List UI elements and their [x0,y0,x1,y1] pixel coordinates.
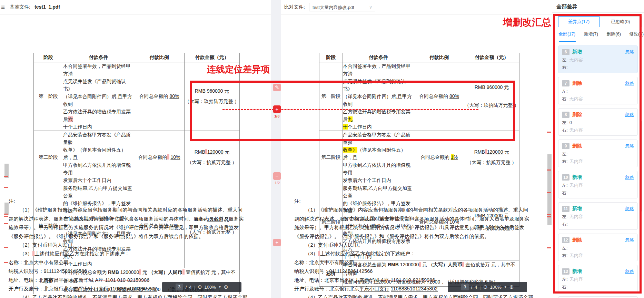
zoom-caret-icon[interactable]: ▼ [218,285,221,289]
diff-card-10[interactable]: 10新增忽略左:无内容右: [558,171,638,198]
doc-note-line: 施效果等）。甲方将根据乙方实施服务的情况对《维护评估报告》出具评估意见，即甲方验… [9,223,271,232]
tab-diff-points[interactable]: 差异点(17) [558,16,600,27]
diff-content-value: 无内容 [569,96,583,101]
stage-cell: 第一阶段 [319,62,343,131]
ignore-link[interactable]: 忽略 [625,268,634,275]
ignore-link[interactable]: 忽略 [625,80,634,86]
stage-cell: 第一阶段 [34,62,63,131]
page-total: 4 [189,285,191,290]
ignore-link[interactable]: 忽略 [625,49,634,55]
diff-highlight: 1 [451,154,454,160]
filter-deleted[interactable]: 删除(6) [606,31,621,37]
doc-note-line: 题的解决过程表述、服务中问题及其对策安排等（需包含各项服务活动的具体时间、服务人… [9,215,271,223]
diff-card-right-row: 右:无内容 [562,253,634,258]
amount-cell: RMB 960000 元 （大写：玖拾陆万元整 ） [464,62,519,131]
diff-tick [547,169,551,171]
amount-cell: RMB120000 元 （大写：拾贰万元整 ） [185,131,240,184]
ratio-cell: 合同总金额的 10% [134,131,185,184]
summary-annotation-text: 增删改汇总 [503,16,551,29]
panel-scrollbar[interactable] [640,121,642,212]
left-pane-header: ≡ 基准文件: test1_1.pdf [0,0,271,14]
zoom-out-icon[interactable]: ⊖ [483,284,488,290]
right-pane-header: 比对文件: test大量内容修改.pdf ∨ [281,0,552,14]
diff-card-8[interactable]: 8删除忽略左:0右:无内容 [558,108,638,136]
divider: | [194,285,195,290]
ignore-link[interactable]: 忽略 [625,112,634,118]
connector-annotation-text: 连线定位差异项 [207,63,270,75]
ignore-link[interactable]: 忽略 [625,143,634,149]
diff-card-14[interactable]: 14新增忽略左:无内容右: [558,296,638,298]
side-label: 左: [562,151,568,156]
zoom-level: 100% [205,285,216,290]
side-label: 左: [562,57,568,62]
diff-position-badge: 1/3 [274,114,279,118]
diff-tick [4,216,8,217]
diff-card-left-row: 左:无内容 [562,183,634,188]
page-total: 4 [475,285,477,290]
diff-type-label: 新增 [572,268,582,275]
doc-note-line: 名称：北京大中小有限公司 [294,258,556,267]
diff-card-6[interactable]: 6新增忽略左:无内容右: [558,45,638,73]
zoom-caret-icon[interactable]: ▼ [504,285,507,289]
compare-file-select[interactable]: test大量内容修改.pdf ∨ [309,3,375,11]
page-number-input[interactable]: 3 [176,284,183,290]
diff-card-right-row: 右: [562,284,634,290]
add-diff-marker-icon-2[interactable]: + [273,239,281,246]
stage-cell: 第二阶段 [34,131,63,184]
ratio-cell: 合同总金额的 80% [414,62,464,131]
diff-type-label: 删除 [572,80,582,86]
diff-type-label: 新增 [572,206,582,212]
diff-card-left-row: 左: [562,151,634,157]
left-doc-scroll-indicator[interactable] [4,0,9,298]
menu-icon[interactable]: ≡ [1,0,5,14]
doc-note-line: （1）《维护服务报告》内容应当包括服务期间的与合同相关条款对应的各项服务活动的描… [9,206,271,214]
scroll-thumb[interactable] [4,203,9,215]
filter-added[interactable]: 新增(7) [584,31,598,37]
right-doc-scroll-indicator[interactable] [547,0,552,298]
diff-tick [4,247,8,248]
side-label: 右: [562,65,568,70]
filter-modified[interactable]: 修改(4) [629,31,644,37]
tab-ignored[interactable]: 已忽略(0) [600,16,642,27]
doc-note-line: （4）乙方产品达不到验收标准，不能满足甲方需求，甲方有权单方面解除合同，同时要求… [9,293,271,298]
zoom-in-icon[interactable]: ⊕ [224,284,228,290]
col-header: 付款比例 [134,53,185,62]
ignore-link[interactable]: 忽略 [625,237,634,243]
ignore-link[interactable]: 忽略 [625,174,634,181]
diff-card-12[interactable]: 12删除忽略左:右:无内容 [558,234,638,261]
page-separator: / [186,285,187,290]
edit-pencil-icon[interactable]: ✎ [273,84,281,91]
diff-content-value: 无内容 [569,127,583,133]
side-label: 右: [562,127,568,133]
diff-card-index-badge: 9 [562,143,569,149]
diff-card-index-badge: 8 [562,112,569,118]
side-label: 左: [562,89,568,94]
side-label: 右: [562,190,568,195]
filter-all[interactable]: 全部(17) [558,31,575,37]
diff-tick [4,262,8,263]
col-header: 付款条件 [343,53,414,62]
diff-mark [167,154,169,160]
zoom-in-icon[interactable]: ⊕ [509,284,514,290]
diff-tick [547,214,551,215]
ignore-link[interactable]: 忽略 [625,206,634,212]
diff-card-9[interactable]: 9删除忽略左:右:无内容 [558,140,638,167]
diff-content-value: 无内容 [569,253,583,258]
remove-diff-marker-icon[interactable]: − [273,172,281,180]
side-label: 左: [562,245,568,250]
doc-note-line: 纳税人识别号：9111124586142566 [294,267,556,276]
diff-highlight: 九 [348,116,353,122]
diff-card-7[interactable]: 7删除忽略左:右:无内容 [558,77,638,104]
diff-card-11[interactable]: 11新增忽略左:无内容右: [558,202,638,230]
diff-content-value: 无内容 [569,277,583,282]
diff-tabs: 差异点(17) 已忽略(0) [558,16,642,27]
diff-card-right-row: 右: [562,190,634,196]
diff-card-13[interactable]: 13新增忽略左:无内容右: [558,265,638,292]
add-diff-marker-icon[interactable]: + [273,105,281,113]
diff-card-index-badge: 10 [562,174,569,181]
zoom-out-icon[interactable]: ⊖ [198,284,202,290]
page-number-input[interactable]: 3 [461,284,469,290]
side-label: 右: [562,159,568,164]
doc-note-line: 名称：北京大中小有限公司 [9,258,271,267]
diff-highlight: 六 [68,116,73,122]
